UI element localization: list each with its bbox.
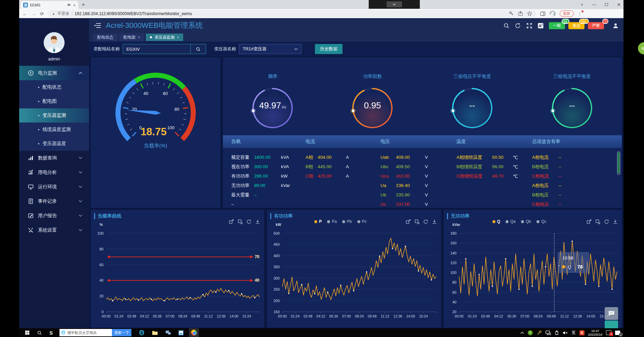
sidebar-item-system-settings[interactable]: 系统设置 [19, 223, 89, 237]
history-data-button[interactable]: 历史数据 [315, 44, 343, 54]
alarm-badge-urgent[interactable]: 紧急99+ [568, 22, 585, 29]
toolbox-restore-icon[interactable] [595, 219, 600, 224]
recorder-chevron-button[interactable] [387, 1, 402, 7]
devices-icon[interactable] [165, 330, 171, 335]
taskbar: S 俄宇航员太空阅兵 搜索一下 + [19, 328, 623, 337]
toolbox-refresh-icon[interactable] [423, 219, 428, 224]
new-tab-button[interactable]: + [82, 2, 85, 8]
sidebar-item-distribution-diagram[interactable]: 配电图 [19, 94, 89, 108]
toolbar-float-button[interactable] [605, 321, 618, 328]
taskbar-search-box[interactable]: 俄宇航员太空阅兵 搜索一下 [59, 329, 131, 336]
browser-profile-avatar[interactable] [550, 11, 556, 17]
toolbox-restore-icon[interactable] [414, 219, 419, 224]
translate-icon[interactable]: A文 [537, 22, 544, 29]
browser-menu-icon[interactable]: ⋮ [578, 11, 582, 16]
tray-usb-icon[interactable] [555, 330, 559, 335]
search-icon[interactable] [503, 22, 510, 29]
toolbox-download-icon[interactable] [613, 219, 618, 224]
refresh-icon[interactable] [515, 22, 521, 29]
tab-mute-icon[interactable] [67, 3, 71, 7]
tray-antivirus-icon[interactable]: + [528, 330, 533, 335]
tray-sogou-icon[interactable]: S [579, 330, 585, 335]
tray-volume-muted-icon[interactable] [563, 331, 568, 335]
start-button[interactable] [25, 330, 30, 335]
sidebar-panel-icon[interactable] [540, 11, 546, 16]
hamburger-menu-icon[interactable] [94, 22, 101, 29]
security-warning-icon: ▲ [52, 12, 55, 15]
sidebar-item-event-log[interactable]: 事件记录 [19, 194, 89, 208]
legend-item-Q[interactable]: Q [492, 219, 500, 224]
sidebar-item-power-analysis[interactable]: 用电分析 [19, 165, 89, 180]
sidebar-item-cable-temperature-monitoring[interactable]: 线缆温度监测 [19, 123, 89, 137]
tab-distribution-status[interactable]: 配电状态 [93, 34, 117, 41]
table-scrollbar[interactable] [617, 151, 620, 175]
tab-transformer-monitoring[interactable]: 变压器监测× [146, 34, 183, 41]
transformer-select[interactable]: TR1#变压器 [239, 44, 301, 54]
toolbox-download-icon[interactable] [432, 219, 437, 224]
sidebar-item-data-query[interactable]: 数据查询 [19, 151, 89, 165]
back-icon[interactable]: ← [23, 11, 27, 16]
tab-distribution-diagram[interactable]: 配电图× [119, 34, 144, 41]
station-search-button[interactable] [191, 44, 206, 54]
tray-language-indicator[interactable]: 英 [572, 330, 576, 336]
sidebar-item-runtime-environment[interactable]: 运行环境 [19, 180, 89, 194]
sidebar-item-transformer-monitoring[interactable]: 变压器监测 [19, 108, 89, 123]
sidebar-item-user-report[interactable]: 用户报告 [19, 208, 89, 223]
legend-item-Qc[interactable]: Qc [536, 219, 546, 224]
legend-item-Qb[interactable]: Qb [521, 219, 531, 224]
taskbar-search-icon[interactable] [37, 330, 42, 335]
legend-item-Pb[interactable]: Pb [342, 219, 352, 224]
sidebar-item-transformer-temperature[interactable]: 变压器温度 [19, 137, 89, 151]
taskbar-search-go-button[interactable]: 搜索一下 [112, 329, 131, 336]
reload-icon[interactable]: ⟳ [40, 11, 44, 16]
chrome-update-button[interactable]: 更新 [560, 10, 574, 17]
tab-search-chevron-icon[interactable]: ∨ [580, 2, 583, 7]
file-explorer-icon[interactable] [152, 330, 158, 335]
tray-chevron-up-icon[interactable] [520, 332, 524, 334]
tray-notifications-icon[interactable]: 4 [606, 330, 611, 335]
toolbox-refresh-icon[interactable] [604, 219, 609, 224]
tab-close-icon[interactable]: × [73, 3, 76, 8]
chat-float-button[interactable] [605, 307, 618, 320]
scrollbar-thumb[interactable] [618, 152, 619, 174]
toolbox-zoom-icon[interactable] [229, 219, 234, 224]
photos-app-icon[interactable] [178, 330, 184, 335]
header-user-icon[interactable] [612, 22, 619, 29]
window-minimize-button[interactable]: — [592, 2, 596, 7]
legend-item-Qa[interactable]: Qa [506, 219, 516, 224]
legend-item-Pa[interactable]: Pa [327, 219, 337, 224]
bookmark-star-icon[interactable] [527, 11, 532, 16]
action-center-icon[interactable]: 2 [615, 331, 620, 335]
alarm-badge-severe[interactable]: 严重7 [588, 22, 604, 29]
alarm-badge-general[interactable]: 一般81 [549, 22, 565, 29]
browser-tab[interactable]: EEMS × [21, 1, 78, 9]
tab-close-icon[interactable]: × [177, 35, 179, 39]
sogou-icon[interactable]: S [49, 330, 53, 336]
tray-network-icon[interactable] [546, 331, 551, 335]
tab-close-icon[interactable]: × [138, 35, 140, 39]
toolbox-download-icon[interactable] [255, 219, 260, 224]
sidebar-item-power-monitoring[interactable]: 电力监测 [19, 66, 89, 80]
chrome-taskbar-icon[interactable] [189, 328, 199, 337]
tray-keys-icon[interactable] [536, 330, 542, 335]
toolbox-zoom-icon[interactable] [406, 219, 411, 224]
station-search-input[interactable] [123, 44, 191, 54]
share-icon[interactable] [518, 11, 523, 16]
ie-taskbar-icon[interactable] [139, 330, 145, 336]
edge-float-badge[interactable]: 68 [638, 42, 644, 54]
toolbox-refresh-icon[interactable] [246, 219, 251, 224]
forward-icon[interactable]: → [31, 11, 36, 16]
window-close-button[interactable]: ✕ [617, 2, 621, 7]
password-key-icon[interactable] [509, 11, 514, 16]
legend-item-P[interactable]: P [314, 219, 322, 224]
toolbox-zoom-icon[interactable] [587, 219, 592, 224]
chart-title: 有功功率 [270, 213, 293, 219]
legend-item-Pc[interactable]: Pc [357, 219, 367, 224]
sidebar-item-distribution-status[interactable]: 配电状态 [19, 80, 89, 94]
window-maximize-button[interactable] [605, 3, 608, 6]
fullscreen-icon[interactable] [526, 22, 532, 29]
address-bar[interactable]: ▲ 不安全 192.168.204.112:8090/3000WEBV2/Tra… [48, 10, 536, 17]
toolbox-restore-icon[interactable] [238, 219, 243, 224]
tray-clock[interactable]: 16:47 2022/5/10 [588, 329, 602, 336]
avatar[interactable] [44, 32, 65, 53]
